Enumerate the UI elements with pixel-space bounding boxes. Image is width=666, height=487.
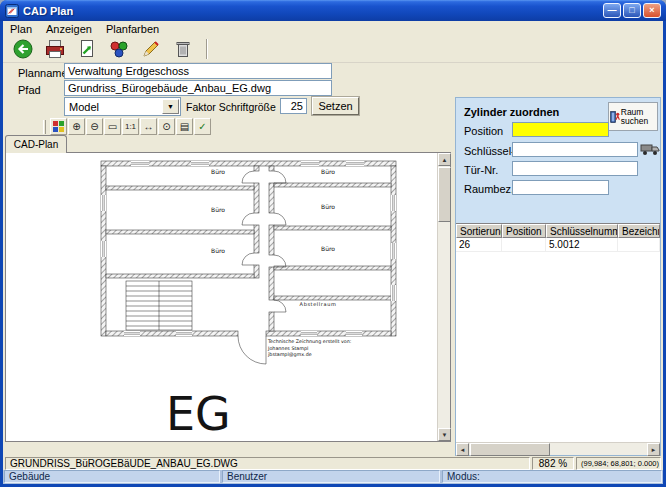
scroll-left-button[interactable]: ◄: [456, 443, 469, 456]
plotter-icon: [44, 38, 66, 60]
tuer-input[interactable]: [512, 161, 638, 176]
planname-input[interactable]: [64, 63, 332, 79]
stairs-symbol: [126, 281, 192, 330]
tab-cad-plan[interactable]: CAD-Plan: [5, 135, 67, 153]
canvas-frame: Büro Büro Büro Büro Büro Büro Abstellrau…: [5, 152, 451, 442]
position-label: Position: [464, 125, 503, 137]
raumbez-label: Raumbez.: [464, 183, 514, 195]
zoom-window-icon: ▭: [108, 122, 117, 132]
check-icon: ✓: [198, 122, 206, 132]
color-grid-icon: [53, 121, 64, 132]
scroll-up-button[interactable]: ▲: [438, 153, 451, 166]
canvas-vertical-scrollbar[interactable]: ▲ ▼: [437, 153, 450, 441]
room-label: Büro: [211, 247, 225, 254]
room-label: Büro: [321, 203, 335, 210]
position-input[interactable]: [512, 122, 609, 137]
zoom-previous-button[interactable]: ⊙: [158, 118, 175, 135]
table-header-sortierung[interactable]: Sortierung: [456, 224, 502, 238]
delete-plan-button[interactable]: [169, 37, 197, 61]
zoom-1-1-button[interactable]: 1:1: [122, 118, 139, 135]
menu-item-plan[interactable]: Plan: [3, 22, 39, 36]
faktor-input[interactable]: [280, 98, 307, 114]
setzen-button[interactable]: Setzen: [312, 97, 359, 115]
scroll-thumb[interactable]: [470, 443, 550, 456]
tab-cad-plan-label: CAD-Plan: [14, 139, 58, 150]
room-label: Büro: [321, 245, 335, 252]
scroll-thumb[interactable]: [438, 167, 451, 222]
back-icon: [12, 38, 34, 60]
raum-suchen-label: Raum suchen: [621, 108, 656, 126]
view-toolbar: ⊕ ⊖ ▭ 1:1 ↔ ⊙ ▤ ✓: [5, 117, 451, 136]
close-icon: ×: [649, 6, 654, 15]
truck-icon: [640, 142, 660, 157]
status-benutzer: Benutzer: [222, 470, 440, 483]
floor-plan-drawing: Büro Büro Büro Büro Büro Büro Abstellrau…: [6, 153, 437, 441]
status-coords: (99,984; 68,801; 0.000): [576, 457, 661, 470]
apply-view-button[interactable]: ✓: [194, 118, 211, 135]
zoom-in-button[interactable]: ⊕: [68, 118, 85, 135]
scroll-down-button[interactable]: ▼: [438, 428, 451, 441]
edit-plan-button[interactable]: [137, 37, 165, 61]
table-header-schluesselnummer[interactable]: Schlüsselnummer: [546, 224, 618, 238]
room-label: Büro: [211, 168, 225, 175]
cell-schluesselnummer: 5.0012: [546, 238, 618, 252]
close-button[interactable]: ×: [643, 3, 661, 18]
menu-item-planfarben[interactable]: Planfarben: [99, 22, 166, 36]
pfad-label: Pfad: [18, 84, 41, 96]
scroll-right-button[interactable]: ►: [647, 443, 660, 456]
panel-title: Zylinder zuordnen: [464, 106, 559, 118]
export-page-icon: [76, 38, 98, 60]
toolbar-grip: [43, 120, 46, 134]
maximize-button[interactable]: □: [623, 3, 641, 18]
setzen-button-label: Setzen: [318, 100, 352, 112]
maximize-icon: □: [629, 6, 634, 15]
menu-item-anzeigen[interactable]: Anzeigen: [39, 22, 99, 36]
raum-suchen-button[interactable]: Raum suchen: [608, 102, 658, 131]
export-button[interactable]: [73, 37, 101, 61]
room-search-icon: [610, 107, 621, 127]
raumbez-input[interactable]: [512, 180, 609, 195]
nav-back-button[interactable]: [9, 37, 37, 61]
zoom-extents-button[interactable]: ↔: [140, 118, 157, 135]
status-gebaeude: Gebäude: [4, 470, 220, 483]
plot-button[interactable]: [41, 37, 69, 61]
zoom-1-1-icon: 1:1: [125, 122, 136, 132]
room-label: Büro: [211, 206, 225, 213]
print-icon: ▤: [180, 122, 189, 132]
scroll-left-icon: ◄: [460, 447, 466, 453]
app-window: CAD Plan — □ × Plan Anzeigen Planfarben: [0, 0, 666, 487]
table-horizontal-scrollbar[interactable]: ◄ ►: [456, 442, 660, 455]
zoom-window-button[interactable]: ▭: [104, 118, 121, 135]
table-row[interactable]: 26 5.0012: [456, 238, 660, 252]
title-bar: CAD Plan — □ ×: [0, 0, 666, 21]
cell-sortierung: 26: [456, 238, 502, 252]
print-view-button[interactable]: ▤: [176, 118, 193, 135]
plan-colors-button[interactable]: [105, 37, 133, 61]
zoom-in-icon: ⊕: [72, 122, 80, 132]
table-header-position[interactable]: Position: [502, 224, 546, 238]
key-lookup-button[interactable]: [639, 140, 660, 159]
minimize-icon: —: [608, 6, 617, 15]
floor-label: EG: [166, 387, 231, 441]
table-header-row: Sortierung Position Schlüsselnummer Beze…: [456, 224, 660, 238]
pencil-icon: [140, 38, 162, 60]
planname-label: Planname: [18, 67, 68, 79]
drawing-note-line3: jbstampl@gmx.de: [267, 352, 312, 357]
dropdown-arrow-icon: ▼: [162, 99, 179, 114]
table-header-bezeichnung[interactable]: Bezeichnung: [618, 224, 660, 238]
model-select[interactable]: Model ▼: [64, 97, 181, 116]
cad-canvas[interactable]: Büro Büro Büro Büro Büro Büro Abstellrau…: [6, 153, 437, 441]
zoom-out-icon: ⊖: [90, 122, 98, 132]
assignment-panel: Zylinder zuordnen Raum suchen Position S…: [455, 97, 661, 456]
pfad-input[interactable]: [64, 80, 332, 96]
zoom-previous-icon: ⊙: [162, 122, 170, 132]
colors-icon: [108, 38, 130, 60]
tuer-label: Tür-Nr.: [464, 164, 498, 176]
zoom-out-button[interactable]: ⊖: [86, 118, 103, 135]
plan-colors-grid-button[interactable]: [50, 118, 67, 135]
minimize-button[interactable]: —: [603, 3, 621, 18]
drawing-note-line1: Technische Zeichnung erstellt von:: [267, 339, 352, 344]
drawing-note-line2: Johannes Stampl: [267, 346, 308, 351]
schluessel-input[interactable]: [512, 142, 638, 157]
room-label: Büro: [321, 168, 335, 175]
